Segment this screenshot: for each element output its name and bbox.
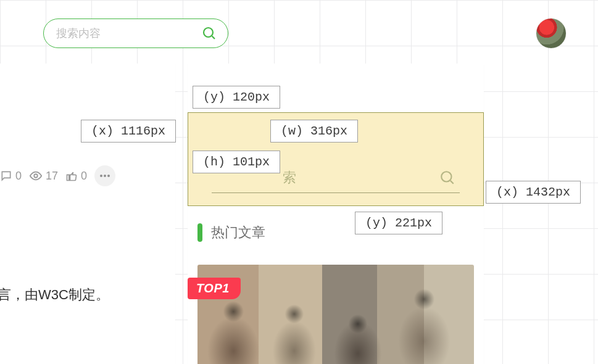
article-body-fragment: 言，由W3C制定。 [0, 286, 109, 304]
hot-articles-header: 热门文章 [197, 223, 265, 242]
search-icon[interactable] [199, 22, 219, 44]
dimension-label-height: (h) 101px [193, 151, 280, 173]
comment-icon [0, 170, 12, 182]
article-meta: 0 17 0 [0, 165, 115, 186]
dimension-label-width: (w) 316px [270, 120, 358, 143]
comments-value: 0 [15, 170, 22, 183]
likes-value: 0 [81, 170, 87, 183]
hot-articles-title: 热门文章 [211, 223, 265, 242]
views-value: 17 [46, 170, 58, 183]
comments-count[interactable]: 0 [0, 170, 22, 183]
dimension-label-x-left: (x) 1116px [81, 120, 176, 143]
main-search[interactable] [43, 19, 228, 48]
section-accent-bar [197, 223, 202, 242]
search-icon[interactable] [435, 170, 460, 186]
dimension-label-y-bottom: (y) 221px [355, 212, 442, 234]
thumbs-up-icon [65, 170, 78, 182]
top-rank-badge: TOP1 [188, 278, 241, 299]
svg-point-6 [100, 175, 102, 177]
article-card [0, 64, 175, 364]
svg-line-10 [451, 180, 454, 183]
eye-icon [29, 169, 43, 183]
avatar[interactable] [536, 19, 566, 48]
dimension-label-y-top: (y) 120px [193, 86, 280, 109]
svg-point-5 [34, 174, 38, 178]
views-count[interactable]: 17 [29, 169, 58, 183]
main-search-input[interactable] [56, 27, 199, 40]
svg-point-0 [204, 28, 213, 37]
dimension-label-x-right: (x) 1432px [486, 181, 581, 204]
svg-line-1 [212, 36, 215, 39]
ellipsis-icon [100, 175, 110, 177]
likes-count[interactable]: 0 [65, 170, 87, 183]
more-button[interactable] [94, 165, 115, 186]
svg-point-8 [107, 175, 110, 177]
svg-point-7 [104, 175, 106, 177]
svg-point-9 [441, 172, 451, 181]
